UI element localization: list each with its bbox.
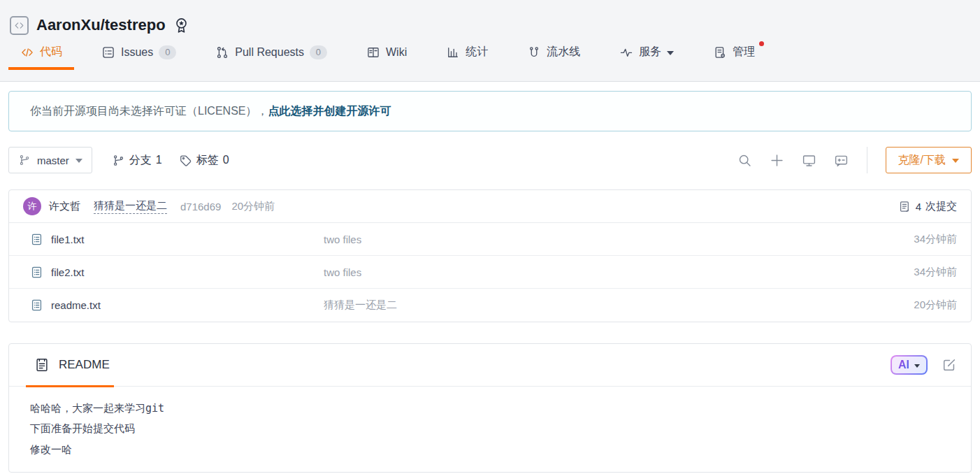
- pr-count-badge: 0: [310, 45, 327, 59]
- readme-line: 修改一哈: [30, 440, 950, 460]
- create-license-link[interactable]: 点此选择并创建开源许可: [268, 104, 391, 119]
- commit-author[interactable]: 许文哲: [49, 200, 80, 213]
- commit-time: 20分钟前: [231, 200, 275, 213]
- ai-button[interactable]: AI: [891, 355, 928, 375]
- repo-icon: [10, 16, 29, 35]
- file-icon: [30, 266, 43, 279]
- repo-tabs: 代码 Issues 0 Pull Requests 0 Wiki 统计 流水线 …: [0, 35, 980, 69]
- clone-download-button[interactable]: 克隆/下载: [886, 147, 972, 173]
- code-icon: [20, 45, 34, 59]
- latest-commit-row: 许 许文哲 猜猜是一还是二 d716d69 20分钟前 4 次提交: [9, 190, 971, 223]
- branch-icon: [112, 154, 125, 167]
- notification-dot: [759, 41, 764, 46]
- license-banner-text: 你当前开源项目尚未选择许可证（LICENSE），: [30, 104, 268, 119]
- toolbar-actions: 克隆/下载: [720, 147, 972, 173]
- file-list-panel: 许 许文哲 猜猜是一还是二 d716d69 20分钟前 4 次提交 file1.…: [8, 189, 972, 322]
- edit-readme-icon[interactable]: [942, 357, 957, 373]
- file-time: 34分钟前: [914, 266, 957, 279]
- pulse-icon: [619, 45, 633, 59]
- chevron-down-icon: [75, 159, 82, 163]
- file-time: 20分钟前: [914, 299, 957, 312]
- branch-selector[interactable]: master: [8, 147, 92, 173]
- file-name[interactable]: readme.txt: [51, 299, 101, 311]
- web-ide-icon[interactable]: [802, 153, 816, 168]
- commits-link[interactable]: 4 次提交: [898, 200, 957, 213]
- branch-tag-stats: 分支 1 标签 0: [112, 153, 229, 168]
- readme-content: 哈哈哈，大家一起来学习git 下面准备开始提交代码 修改一哈: [9, 387, 971, 472]
- file-commit-message[interactable]: 猜猜是一还是二: [324, 299, 397, 312]
- ai-label: AI: [898, 359, 909, 371]
- feedback-icon[interactable]: [834, 153, 849, 168]
- commit-hash[interactable]: d716d69: [180, 201, 221, 213]
- pipeline-icon: [527, 45, 541, 59]
- file-row[interactable]: file2.txt two files 34分钟前: [9, 256, 971, 289]
- divider: [867, 147, 867, 173]
- file-row[interactable]: readme.txt 猜猜是一还是二 20分钟前: [9, 289, 971, 322]
- tab-pipeline[interactable]: 流水线: [515, 35, 592, 69]
- file-name[interactable]: file1.txt: [51, 234, 85, 245]
- license-banner: 你当前开源项目尚未选择许可证（LICENSE）， 点此选择并创建开源许可: [8, 91, 972, 131]
- file-commit-message[interactable]: two files: [324, 266, 361, 278]
- issues-icon: [101, 45, 115, 59]
- avatar[interactable]: 许: [23, 197, 41, 215]
- branch-icon: [18, 154, 31, 166]
- branches-link[interactable]: 分支 1: [112, 153, 162, 168]
- repo-header: AaronXu/testrepo: [0, 0, 980, 36]
- tab-services[interactable]: 服务: [607, 35, 686, 69]
- tab-wiki[interactable]: Wiki: [354, 35, 419, 69]
- repo-toolbar: master 分支 1 标签 0 克隆/下载: [8, 146, 972, 174]
- chevron-down-icon: [952, 159, 959, 163]
- tag-icon: [179, 154, 192, 167]
- file-icon: [30, 233, 43, 246]
- bar-chart-icon: [446, 45, 460, 59]
- tab-pull-requests[interactable]: Pull Requests 0: [203, 35, 339, 69]
- plus-icon[interactable]: [770, 153, 784, 168]
- issues-count-badge: 0: [159, 45, 176, 59]
- pull-request-icon: [215, 45, 229, 59]
- file-time: 34分钟前: [914, 233, 957, 246]
- repo-title[interactable]: AaronXu/testrepo: [36, 16, 166, 34]
- file-row[interactable]: file1.txt two files 34分钟前: [9, 223, 971, 256]
- page-header: AaronXu/testrepo 代码 Issues 0 Pull Reques…: [0, 0, 980, 82]
- readme-panel: README AI 哈哈哈，大家一起来学习git 下面准备开始提交代码 修改一哈: [8, 343, 972, 473]
- file-name[interactable]: file2.txt: [51, 266, 85, 278]
- readme-icon: [34, 357, 50, 373]
- tab-stats[interactable]: 统计: [434, 35, 500, 69]
- file-icon: [30, 299, 43, 312]
- tags-link[interactable]: 标签 0: [179, 153, 229, 168]
- commits-icon: [898, 200, 911, 213]
- tab-code[interactable]: 代码: [8, 35, 74, 69]
- manage-icon: [713, 45, 727, 59]
- chevron-down-icon: [914, 364, 920, 368]
- readme-line: 哈哈哈，大家一起来学习git: [30, 398, 950, 419]
- tab-manage[interactable]: 管理: [701, 35, 767, 69]
- chevron-down-icon: [667, 51, 674, 55]
- readme-tab[interactable]: README: [59, 358, 110, 372]
- search-icon[interactable]: [737, 153, 752, 168]
- file-commit-message[interactable]: two files: [324, 234, 361, 245]
- commit-message-link[interactable]: 猜猜是一还是二: [94, 199, 167, 214]
- wiki-icon: [366, 45, 380, 59]
- tab-issues[interactable]: Issues 0: [89, 35, 188, 69]
- certificate-badge-icon[interactable]: [173, 17, 190, 34]
- readme-header: README AI: [9, 344, 971, 387]
- readme-line: 下面准备开始提交代码: [30, 419, 950, 439]
